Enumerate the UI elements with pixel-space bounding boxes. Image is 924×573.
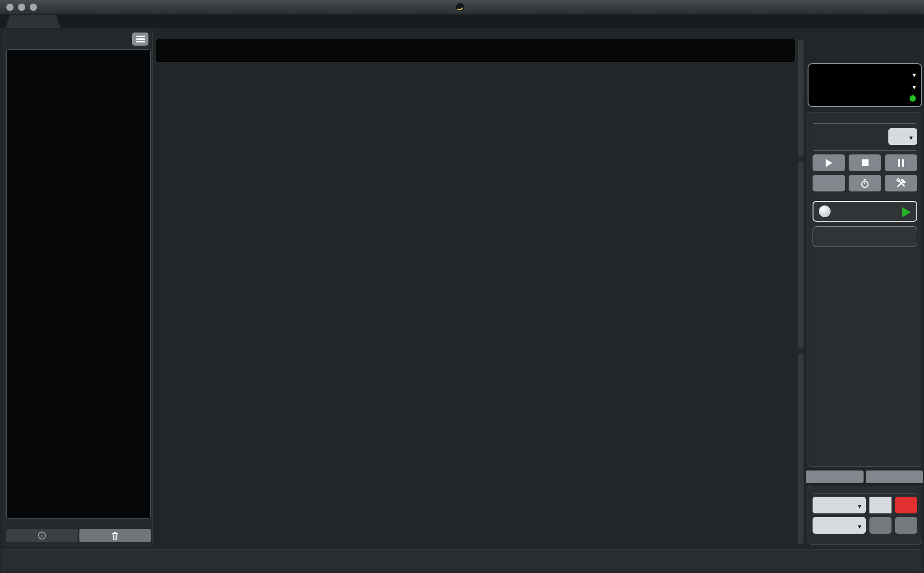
- app-title: [0, 0, 924, 14]
- level-plus-button[interactable]: [895, 517, 917, 534]
- add-tf-engine-button[interactable]: [813, 226, 917, 247]
- generator-output-select[interactable]: [813, 517, 866, 534]
- signal-generator-title: [813, 490, 917, 493]
- info-icon: [37, 531, 46, 540]
- data-library-sidebar: [4, 30, 152, 545]
- sidebar-menu-button[interactable]: [132, 33, 148, 46]
- stop-icon: [862, 159, 869, 166]
- timer-capture-button[interactable]: [849, 175, 881, 191]
- stopwatch-icon: [860, 178, 870, 188]
- signal-generator-panel: [808, 486, 922, 545]
- timer-button[interactable]: [866, 471, 924, 483]
- titlebar: [0, 0, 924, 14]
- transfer-function-panel: [808, 112, 922, 467]
- tab-default[interactable]: [5, 15, 60, 28]
- tab-bar: [0, 14, 924, 28]
- smaart-window: [0, 0, 924, 573]
- tf-panel-title: [813, 116, 917, 122]
- play-icon: [826, 159, 832, 167]
- pause-button[interactable]: [885, 154, 917, 171]
- delete-button[interactable]: [79, 529, 151, 542]
- chevron-down-icon: [858, 500, 861, 511]
- meter-max: [906, 92, 916, 104]
- all-trace-color-ball: [819, 205, 831, 217]
- chevron-down-icon: [858, 520, 861, 531]
- meter-unit-select[interactable]: [906, 80, 916, 92]
- measurement-settings-button[interactable]: [885, 175, 917, 191]
- signal-status-indicator: [910, 95, 916, 102]
- info-button[interactable]: [6, 529, 78, 542]
- track-button[interactable]: [813, 175, 845, 191]
- pane-scroll-strip[interactable]: [798, 161, 804, 349]
- app-logo-icon: [455, 2, 465, 12]
- signal-type-select[interactable]: [813, 497, 866, 513]
- pane-scroll-strip[interactable]: [798, 40, 804, 157]
- stop-button[interactable]: [849, 154, 881, 171]
- input-level-meter: [808, 63, 922, 107]
- play-icon[interactable]: [902, 207, 911, 217]
- play-button[interactable]: [813, 154, 845, 171]
- chevron-down-icon: [909, 131, 913, 142]
- control-bar: [2, 549, 922, 571]
- meter-input-select[interactable]: [906, 68, 916, 80]
- pause-icon: [898, 159, 904, 167]
- generator-on-button[interactable]: [895, 497, 917, 513]
- chevron-down-icon: [912, 81, 916, 92]
- generator-level-display: [869, 497, 892, 513]
- averaging-depth-select[interactable]: [888, 128, 917, 145]
- session-tree: [6, 49, 151, 519]
- mode-buttons: [808, 40, 922, 57]
- chevron-down-icon: [912, 69, 916, 79]
- cursor-readout-bar: [156, 39, 795, 62]
- tools-icon: [896, 178, 906, 188]
- trash-icon: [111, 531, 119, 540]
- view-button[interactable]: [806, 471, 864, 483]
- all-mic-tf-row[interactable]: [813, 201, 917, 222]
- pane-scroll-strip[interactable]: [798, 353, 804, 545]
- level-minus-button[interactable]: [869, 517, 892, 534]
